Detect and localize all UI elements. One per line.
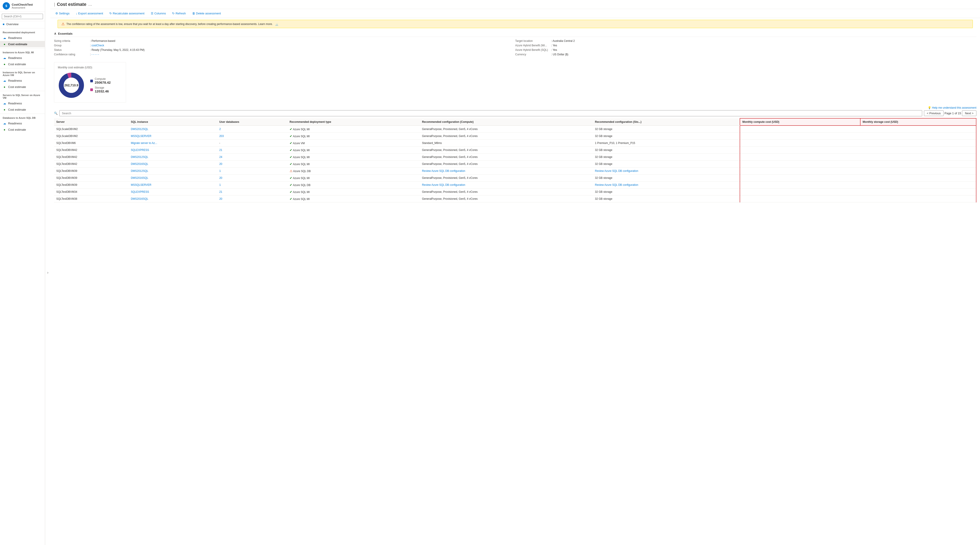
- confidence-link[interactable]: - - - - -: [92, 53, 99, 56]
- section-recommended: Recommended deployment: [0, 29, 45, 35]
- sidebar-label-cost-3: Cost estimate: [8, 85, 26, 89]
- cell-monthly-compute: [740, 147, 860, 154]
- sql-instance-link[interactable]: Migrate server to Az...: [131, 141, 157, 145]
- sidebar-item-cost-estimate-1[interactable]: ● Cost estimate: [0, 41, 45, 47]
- sql-instance-link[interactable]: DMS2016SQL: [131, 176, 148, 180]
- sidebar-collapse-button[interactable]: ›: [45, 0, 50, 545]
- cell-monthly-compute: [740, 168, 860, 175]
- pagination: < Previous Page 1 of 15 Next >: [924, 110, 977, 116]
- search-input[interactable]: [2, 14, 43, 19]
- sidebar-item-cost-estimate-3[interactable]: ● Cost estimate: [0, 84, 45, 90]
- cell-storage-config: Review Azure SQL DB configuration: [593, 181, 740, 189]
- delete-button[interactable]: 🗑 Delete assessment: [191, 11, 222, 16]
- status-icon-green: ✔: [290, 176, 292, 180]
- user-db-link[interactable]: 21: [219, 190, 222, 194]
- table-wrapper: Server SQL instance User databases Recom…: [54, 118, 977, 202]
- columns-icon: ☰: [151, 12, 153, 15]
- sql-instance-link[interactable]: MSSQLSERVER: [131, 183, 151, 186]
- cell-user-databases: 203: [217, 133, 287, 140]
- donut-chart: 262,710.9: [58, 72, 85, 99]
- user-db-link[interactable]: 203: [219, 135, 224, 138]
- user-db-link[interactable]: 20: [219, 162, 222, 165]
- cell-monthly-compute: [740, 160, 860, 168]
- cell-deployment-type: ✔ Azure SQL MI: [287, 160, 420, 168]
- sidebar-item-cost-estimate-5[interactable]: ● Cost estimate: [0, 126, 45, 133]
- sidebar-item-overview[interactable]: ■ Overview: [0, 21, 45, 27]
- user-db-link[interactable]: 24: [219, 156, 222, 159]
- status-label: Status: [54, 48, 90, 51]
- user-db-link[interactable]: 1: [219, 183, 221, 186]
- cell-deployment-type: ✔ Azure SQL MI: [287, 175, 420, 181]
- warning-text: The confidence rating of the assessment …: [66, 22, 273, 25]
- sidebar-item-readiness-2[interactable]: ☁ Readiness: [0, 55, 45, 61]
- cell-monthly-storage: [860, 189, 976, 195]
- chart-center-value: 262,710.9: [64, 83, 78, 87]
- sidebar-item-cost-estimate-2[interactable]: ● Cost estimate: [0, 61, 45, 67]
- cell-storage-config: 32 GB storage: [593, 147, 740, 154]
- section-servers-vm: Servers to SQL Server on Azure VM: [0, 92, 45, 100]
- user-db-link[interactable]: 1: [219, 169, 221, 173]
- recalculate-button[interactable]: ↻ Recalculate assessment: [108, 11, 146, 16]
- export-label: Export assessment: [78, 12, 103, 15]
- col-monthly-storage[interactable]: Monthly storage cost (USD): [860, 118, 976, 126]
- table-row: SQLTestDBVM42 DMS2016SQL 20 ✔ Azure SQL …: [54, 160, 976, 168]
- cell-monthly-storage: [860, 181, 976, 189]
- storage-config-link[interactable]: Review Azure SQL DB configuration: [595, 183, 638, 186]
- sql-instance-link[interactable]: DMS2016SQL: [131, 197, 148, 200]
- compute-config-link[interactable]: Review Azure SQL DB configuration: [422, 183, 465, 186]
- cell-user-databases: -: [217, 140, 287, 147]
- col-user-databases[interactable]: User databases: [217, 118, 287, 126]
- warning-learn-more[interactable]: →: [275, 22, 278, 25]
- export-button[interactable]: ↓ Export assessment: [75, 11, 104, 16]
- user-db-link[interactable]: 20: [219, 176, 222, 180]
- col-storage-config[interactable]: Recommended configuration (Sto...): [593, 118, 740, 126]
- app-logo: $: [3, 2, 10, 10]
- more-options-icon[interactable]: …: [88, 2, 92, 7]
- refresh-button[interactable]: ↻ Refresh: [171, 11, 187, 16]
- green-circle-icon-3: ●: [3, 85, 6, 89]
- legend-compute: Compute 250678.42: [90, 77, 111, 84]
- sql-instance-link[interactable]: DMS2012SQL: [131, 156, 148, 159]
- table-row: SQLTestDBVM42 DMS2012SQL 24 ✔ Azure SQL …: [54, 154, 976, 160]
- sql-instance-link[interactable]: DMS2012SQL: [131, 127, 148, 131]
- compute-config-link[interactable]: Review Azure SQL DB configuration: [422, 169, 465, 173]
- sql-instance-link[interactable]: DMS2016SQL: [131, 162, 148, 165]
- col-compute-config[interactable]: Recommended configuration (Compute): [420, 118, 593, 126]
- bulb-icon: 💡: [928, 106, 931, 109]
- col-server[interactable]: Server: [54, 118, 129, 126]
- cell-sql-instance: DMS2016SQL: [129, 175, 217, 181]
- storage-config-link[interactable]: Review Azure SQL DB configuration: [595, 169, 638, 173]
- columns-button[interactable]: ☰ Columns: [150, 11, 167, 16]
- sql-instance-link[interactable]: SQLEXPRESS: [131, 148, 149, 152]
- table-search-input[interactable]: [59, 110, 922, 116]
- essentials-header[interactable]: ∧ Essentials: [54, 30, 977, 37]
- cell-storage-config: 32 GB storage: [593, 189, 740, 195]
- sql-instance-link[interactable]: SQLEXPRESS: [131, 190, 149, 194]
- user-db-link[interactable]: 2: [219, 127, 221, 131]
- group-link[interactable]: costCheck: [92, 44, 104, 47]
- next-button[interactable]: Next >: [962, 110, 977, 116]
- help-link[interactable]: 💡 Help me understand this assessment: [54, 106, 977, 109]
- cell-compute-config: Review Azure SQL DB configuration: [420, 181, 593, 189]
- sidebar-item-readiness-3[interactable]: ☁ Readiness: [0, 77, 45, 84]
- sidebar-item-cost-estimate-4[interactable]: ● Cost estimate: [0, 106, 45, 113]
- sql-instance-link[interactable]: MSSQLSERVER: [131, 135, 151, 138]
- essentials-title: Essentials: [58, 32, 72, 35]
- table-controls: 🔍 < Previous Page 1 of 15 Next >: [54, 110, 977, 116]
- sidebar-item-readiness-1[interactable]: ☁ Readiness: [0, 35, 45, 41]
- col-monthly-compute[interactable]: Monthly compute cost (USD): [740, 118, 860, 126]
- previous-button[interactable]: < Previous: [924, 110, 944, 116]
- sidebar-item-readiness-5[interactable]: ☁ Readiness: [0, 120, 45, 126]
- page-title: Cost estimate: [57, 2, 86, 7]
- essentials-left: Sizing criteria : Performance-based Grou…: [54, 39, 515, 57]
- table-row: SQLScaleDBVM2 DMS2012SQL 2 ✔ Azure SQL M…: [54, 126, 976, 133]
- user-db-link[interactable]: 21: [219, 148, 222, 152]
- cloud-icon-2: ☁: [3, 56, 6, 60]
- cell-monthly-storage: [860, 147, 976, 154]
- sql-instance-link[interactable]: DMS2012SQL: [131, 169, 148, 173]
- sidebar-item-readiness-4[interactable]: ☁ Readiness: [0, 100, 45, 106]
- col-deployment-type[interactable]: Recommended deployment type: [287, 118, 420, 126]
- user-db-link[interactable]: 20: [219, 197, 222, 200]
- settings-button[interactable]: ⚙ Settings: [54, 11, 71, 16]
- col-sql-instance[interactable]: SQL instance: [129, 118, 217, 126]
